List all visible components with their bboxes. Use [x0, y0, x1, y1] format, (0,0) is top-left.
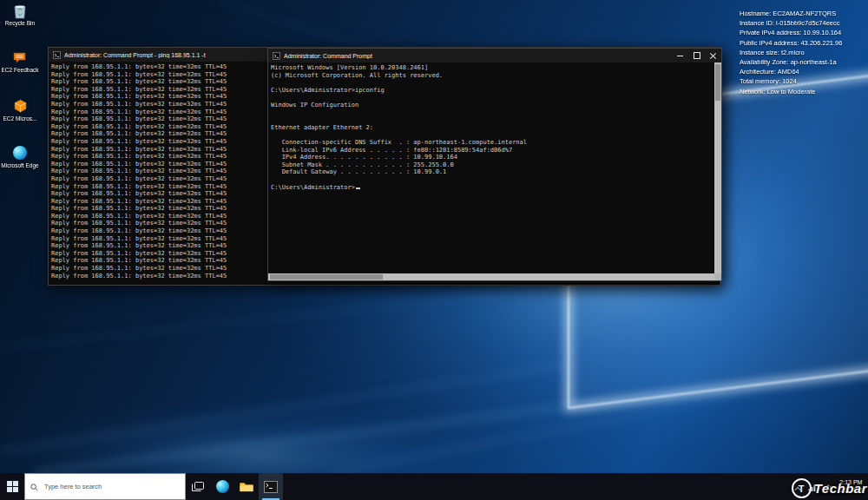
search-icon [30, 479, 38, 495]
desktop-icon-label: Microsoft Edge [1, 162, 38, 169]
taskbar-search[interactable] [24, 473, 186, 500]
search-input[interactable] [43, 482, 180, 491]
scrollbar-thumb[interactable] [715, 64, 720, 101]
minimize-icon [677, 56, 683, 56]
info-line: Instance size: t2.micro [740, 48, 842, 57]
desktop-icon-recycle-bin[interactable]: Recycle Bin [1, 2, 39, 27]
network-icon[interactable] [808, 479, 817, 495]
taskbar-button-cmd[interactable] [259, 473, 283, 500]
console-line [271, 79, 714, 87]
console-line: IPv4 Address. . . . . . . . . . . : 10.9… [271, 154, 714, 161]
desktop-icon-label: EC2 Micros... [3, 115, 36, 122]
taskbar-button-edge[interactable] [210, 473, 234, 500]
desktop[interactable]: Recycle Bin EC2 Feedback EC2 Micros... M… [0, 0, 868, 500]
console-line: (c) Microsoft Corporation. All rights re… [271, 72, 714, 80]
horizontal-scrollbar[interactable] [268, 273, 714, 280]
info-line: Private IPv4 address: 10.99.10.164 [740, 28, 842, 37]
desktop-icon-ec2-feedback[interactable]: EC2 Feedback [1, 49, 39, 74]
console-line: C:\Users\Administrator> [271, 184, 714, 192]
cmd-window-ipconfig[interactable]: Administrator: Command Prompt Microsoft … [267, 48, 722, 281]
cmd-window-icon [53, 47, 61, 62]
console-line: Microsoft Windows [Version 10.0.20348.24… [271, 64, 714, 72]
close-icon [709, 52, 717, 60]
info-line: Architecture: AMD64 [740, 67, 842, 76]
scrollbar-thumb[interactable] [270, 274, 383, 280]
volume-icon[interactable] [824, 479, 832, 495]
console-line: C:\Users\Administrator>ipconfig [271, 87, 714, 95]
taskbar: 2:13 PM 6/6/2024 [0, 473, 868, 500]
ec2-feedback-icon [10, 49, 30, 66]
cmd-window-icon [273, 48, 280, 63]
minimize-button[interactable] [672, 49, 688, 62]
edge-icon [10, 144, 30, 161]
taskbar-clock[interactable]: 2:13 PM 6/6/2024 [839, 479, 863, 494]
console-line: Ethernet adapter Ethernet 2: [271, 124, 714, 132]
console-line [271, 131, 714, 139]
desktop-icon-ec2-micro[interactable]: EC2 Micros... [1, 97, 39, 122]
ipconfig-output[interactable]: Microsoft Windows [Version 10.0.20348.24… [268, 62, 714, 273]
cmd-icon [264, 481, 278, 493]
info-line: Public IPv4 address: 43.206.221.96 [740, 38, 842, 48]
start-button[interactable] [0, 473, 24, 500]
close-button[interactable] [705, 49, 721, 62]
console-line: Connection-specific DNS Suffix . : ap-no… [271, 139, 714, 147]
maximize-icon [694, 52, 700, 59]
console-line [271, 176, 714, 184]
window-title: Administrator: Command Prompt [284, 53, 372, 59]
console-line [271, 109, 714, 117]
tray-chevron-up-icon[interactable] [794, 479, 801, 495]
clock-time: 2:13 PM [839, 479, 863, 487]
info-line: Network: Low to Moderate [740, 87, 842, 96]
console-line [271, 94, 714, 102]
ec2-cube-icon [10, 97, 30, 115]
task-view-icon [192, 482, 204, 491]
system-tray: 2:13 PM 6/6/2024 [794, 473, 868, 500]
file-explorer-icon [240, 482, 253, 492]
info-line: Instance ID: i-015bb9c7d5c74eecc [740, 18, 842, 28]
console-line: Default Gateway . . . . . . . . . : 10.9… [271, 168, 714, 176]
maximize-button[interactable] [688, 49, 705, 62]
info-line: Availability Zone: ap-northeast-1a [740, 57, 842, 67]
console-line: Subnet Mask . . . . . . . . . . . : 255.… [271, 161, 714, 169]
taskbar-button-file-explorer[interactable] [234, 473, 259, 500]
info-line: Total memory: 1024 [740, 76, 842, 86]
instance-info-overlay: Hostname: EC2AMAZ-NF2TQRSInstance ID: i-… [740, 9, 842, 96]
text-cursor [356, 188, 360, 189]
window-title: Administrator: Command Prompt - ping 168… [64, 52, 206, 58]
desktop-icon-label: Recycle Bin [5, 20, 35, 27]
console-line [271, 116, 714, 124]
console-line: Windows IP Configuration [271, 102, 714, 109]
console-line: Link-local IPv6 Address . . . . . : fe80… [271, 147, 714, 155]
edge-icon [216, 480, 229, 493]
titlebar[interactable]: Administrator: Command Prompt [268, 49, 721, 62]
vertical-scrollbar[interactable] [714, 62, 721, 273]
desktop-icon-label: EC2 Feedback [2, 67, 39, 74]
windows-start-icon [7, 481, 18, 492]
scrollbar-corner [714, 273, 721, 280]
desktop-icon-microsoft-edge[interactable]: Microsoft Edge [1, 144, 39, 169]
clock-date: 6/6/2024 [839, 487, 863, 495]
info-line: Hostname: EC2AMAZ-NF2TQRS [740, 9, 842, 18]
taskbar-button-task-view[interactable] [186, 473, 210, 500]
recycle-bin-icon [10, 2, 30, 19]
